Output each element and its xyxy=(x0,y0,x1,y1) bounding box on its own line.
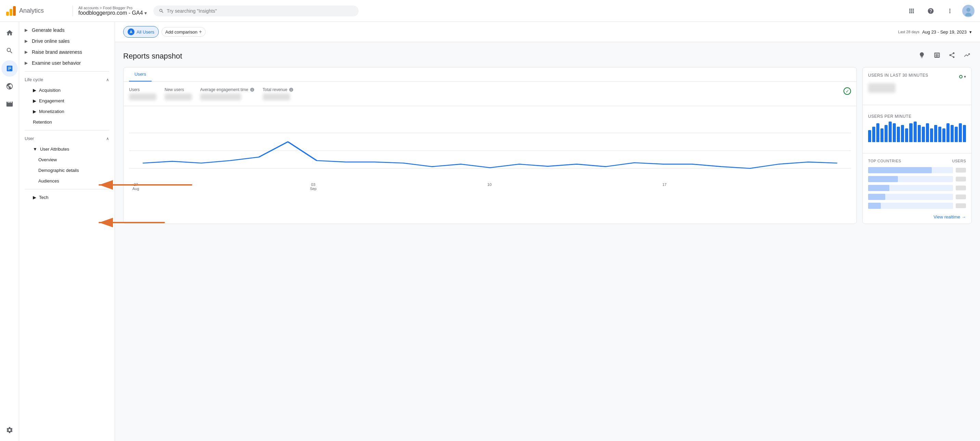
sidebar-item-drive-online-sales[interactable]: ▶ Drive online sales xyxy=(19,36,112,46)
realtime-divider-1 xyxy=(862,105,972,105)
metric-users-label: Users xyxy=(129,87,156,92)
sidebar-item-label: User Attributes xyxy=(40,147,69,152)
bar-item xyxy=(897,127,900,142)
sidebar-item-label: Overview xyxy=(38,157,57,162)
status-dropdown-arrow[interactable]: ▾ xyxy=(964,74,966,79)
reports-title: Reports snapshot xyxy=(123,52,182,61)
share-icon[interactable] xyxy=(947,50,957,62)
metric-new-users: New users xyxy=(165,87,192,100)
help-button[interactable] xyxy=(924,4,937,18)
sidebar-item-examine-user-behavior[interactable]: ▶ Examine user behavior xyxy=(19,58,112,69)
sidebar-item-label: Drive online sales xyxy=(32,38,70,44)
sidebar-item-tech[interactable]: ▶ Tech xyxy=(19,192,112,203)
sidebar-item-audiences[interactable]: Audiences xyxy=(19,176,112,186)
bar-item xyxy=(930,128,933,142)
sidebar-item-monetization[interactable]: ▶ Monetization xyxy=(19,106,112,117)
view-realtime-link[interactable]: View realtime → xyxy=(862,210,972,224)
expand-icon: ▶ xyxy=(25,39,28,43)
more-vert-icon xyxy=(947,8,953,14)
nav-advertising[interactable] xyxy=(2,96,18,112)
add-comparison-button[interactable]: Add comparison + xyxy=(162,27,206,37)
sidebar-item-acquisition[interactable]: ▶ Acquisition xyxy=(19,85,112,96)
segment-pill-icon: A xyxy=(127,29,134,35)
search-nav-icon xyxy=(6,47,13,54)
insights-trend-icon[interactable] xyxy=(962,50,972,62)
bar-item xyxy=(914,121,917,142)
status-check-icon: ✓ xyxy=(843,87,851,95)
explore-nav-icon xyxy=(6,83,13,90)
bulb-icon xyxy=(918,52,925,59)
reports-header: Reports snapshot xyxy=(123,50,972,62)
chart-area: 27 Aug 03 Sep 10 17 xyxy=(124,106,856,195)
property-select[interactable]: foodbloggerpro.com - GA4 ▾ xyxy=(78,10,148,16)
metric-users: Users xyxy=(129,87,156,100)
country-bar-container xyxy=(868,185,953,191)
nav-home[interactable] xyxy=(2,25,18,41)
country-bar-container xyxy=(868,176,953,182)
realtime-card: USERS IN LAST 30 MINUTES ▾ USERS PER MIN… xyxy=(862,67,972,224)
metric-revenue: Total revenue xyxy=(263,87,294,100)
all-users-pill[interactable]: A All Users xyxy=(123,26,159,38)
date-range-prefix: Last 28 days xyxy=(898,30,920,34)
metric-tabs: Users xyxy=(124,67,856,82)
nav-settings[interactable] xyxy=(2,422,18,438)
country-value xyxy=(956,195,966,199)
more-button[interactable] xyxy=(943,4,957,18)
metric-revenue-value xyxy=(263,93,290,100)
reports-actions xyxy=(917,50,972,62)
sidebar-item-label: Examine user behavior xyxy=(32,60,81,66)
expand-icon: ▶ xyxy=(33,88,36,93)
sidebar-item-demographic-details[interactable]: Demographic details xyxy=(19,165,112,176)
tab-users[interactable]: Users xyxy=(129,67,151,81)
sidebar-item-engagement[interactable]: ▶ Engagement xyxy=(19,96,112,106)
reports-area: Reports snapshot xyxy=(115,42,980,232)
bar-item xyxy=(885,125,888,142)
expand-icon: ▶ xyxy=(33,195,36,200)
bar-item xyxy=(872,127,875,142)
lifecycle-section-header[interactable]: Life cycle ∧ xyxy=(19,74,115,85)
sidebar-item-user-attributes[interactable]: ▼ User Attributes xyxy=(19,144,112,154)
add-comparison-label: Add comparison xyxy=(165,29,197,35)
nav-explore[interactable] xyxy=(2,78,18,94)
info-icon-2 xyxy=(289,87,294,92)
date-range-chevron: ▾ xyxy=(969,29,972,35)
country-row xyxy=(862,175,972,184)
top-countries-header: TOP COUNTRIES USERS xyxy=(862,156,972,166)
sidebar-item-generate-leads[interactable]: ▶ Generate leads xyxy=(19,25,112,36)
country-row xyxy=(862,201,972,210)
user-avatar[interactable] xyxy=(962,5,975,17)
users-in-30-header: USERS IN LAST 30 MINUTES ▾ xyxy=(868,73,966,80)
sidebar-item-label: Engagement xyxy=(39,98,64,104)
sidebar-item-raise-brand-awareness[interactable]: ▶ Raise brand awareness xyxy=(19,46,112,58)
nav-search[interactable] xyxy=(2,42,18,59)
property-name: foodbloggerpro.com - GA4 xyxy=(78,10,143,16)
sidebar-item-label: Audiences xyxy=(38,178,59,184)
bar-item xyxy=(876,123,880,142)
sidebar-item-overview[interactable]: Overview xyxy=(19,154,112,165)
metric-revenue-label: Total revenue xyxy=(263,87,294,92)
content-area: A All Users Add comparison + Last 28 day… xyxy=(115,22,980,441)
home-icon xyxy=(6,29,13,37)
tab-users-label: Users xyxy=(134,72,146,77)
country-bar-container xyxy=(868,167,953,173)
search-bar[interactable] xyxy=(153,5,359,16)
apps-button[interactable] xyxy=(905,4,918,18)
sidebar-item-retention[interactable]: Retention xyxy=(19,117,112,127)
customize-icon[interactable] xyxy=(932,50,942,62)
search-input[interactable] xyxy=(167,8,353,14)
metric-new-users-value xyxy=(165,93,192,100)
realtime-status-dot xyxy=(959,75,963,78)
sidebar-item-label: Retention xyxy=(33,120,52,125)
bar-item xyxy=(942,128,945,142)
date-range-selector[interactable]: Last 28 days Aug 23 - Sep 19, 2023 ▾ xyxy=(898,29,972,35)
nav-icons xyxy=(0,22,19,441)
add-comparison-plus-icon: + xyxy=(199,29,202,35)
nav-reports[interactable] xyxy=(2,60,18,77)
metric-engagement: Average engagement time xyxy=(200,87,255,100)
user-section-header[interactable]: User ∧ xyxy=(19,133,115,144)
bar-item xyxy=(947,123,950,142)
insights-icon[interactable] xyxy=(917,50,927,62)
metric-new-users-label: New users xyxy=(165,87,192,92)
metric-users-value xyxy=(129,93,156,100)
bar-item xyxy=(918,125,921,142)
